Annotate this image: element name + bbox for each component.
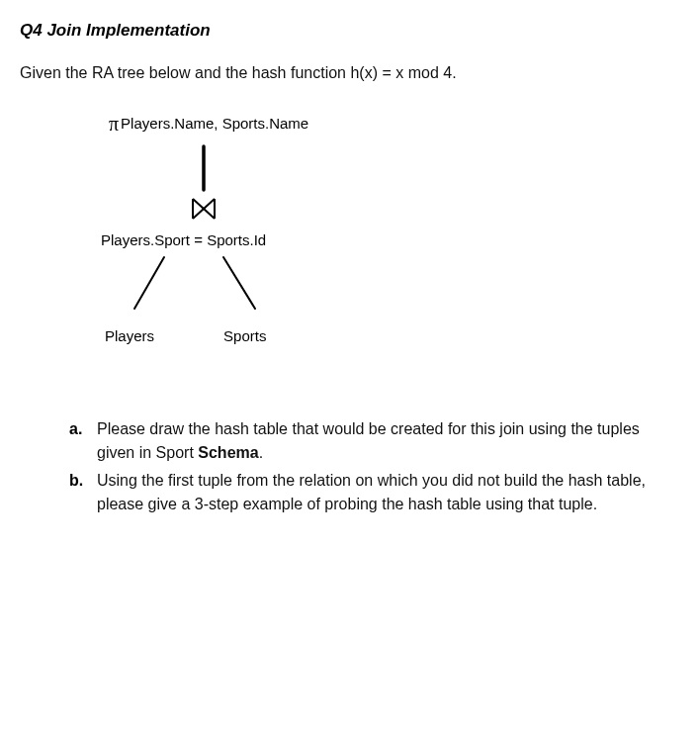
leaf-sports: Sports	[223, 325, 266, 348]
projection-columns: Players.Name, Sports.Name	[121, 115, 308, 132]
question-a: a. Please draw the hash table that would…	[69, 417, 651, 465]
text-a-bold: Schema	[198, 444, 258, 461]
svg-line-5	[134, 257, 164, 309]
leaf-row: Players Sports	[109, 325, 680, 348]
question-heading: Q4 Join Implementation	[20, 18, 680, 44]
ra-tree: πPlayers.Name, Sports.Name Players.Sport…	[109, 109, 680, 348]
pi-symbol: π	[109, 113, 119, 135]
question-b: b. Using the first tuple from the relati…	[69, 469, 651, 516]
projection-node: πPlayers.Name, Sports.Name	[109, 109, 680, 138]
join-condition: Players.Sport = Sports.Id	[101, 229, 680, 252]
text-a-before: Please draw the hash table that would be…	[97, 420, 640, 461]
question-list: a. Please draw the hash table that would…	[69, 417, 651, 516]
intro-text: Given the RA tree below and the hash fun…	[20, 61, 680, 85]
text-a: Please draw the hash table that would be…	[97, 417, 651, 465]
marker-a: a.	[69, 417, 91, 465]
marker-b: b.	[69, 469, 91, 516]
join-symbol-icon	[105, 197, 680, 228]
text-b: Using the first tuple from the relation …	[97, 469, 651, 516]
text-a-after: .	[259, 444, 263, 461]
leaf-players: Players	[105, 325, 154, 348]
tree-line-vertical	[105, 144, 680, 199]
svg-line-6	[223, 257, 255, 309]
tree-branches	[105, 253, 680, 319]
